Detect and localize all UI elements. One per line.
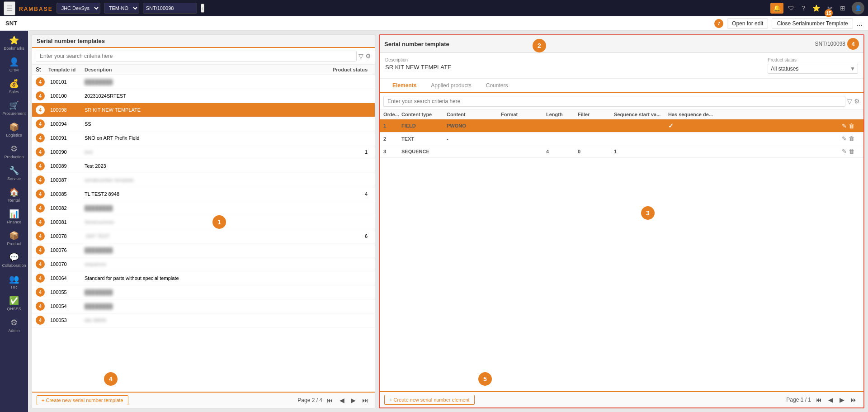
- right-panel-header: Serial number template SNT/100098 4: [380, 35, 863, 53]
- row-description: test: [85, 149, 326, 155]
- shield-icon-btn[interactable]: 🛡: [785, 3, 797, 14]
- create-serial-number-template-button[interactable]: + Create new serial number template: [37, 395, 128, 405]
- sidebar-item-collaboration[interactable]: 💬 Collaboration: [1, 250, 27, 270]
- table-row[interactable]: 4 100053 ldin MAIN: [32, 313, 375, 327]
- left-page-prev[interactable]: ◀: [338, 396, 346, 405]
- table-row[interactable]: 4 100087 serialnumber template: [32, 173, 375, 187]
- edit-element-button[interactable]: ✎: [842, 135, 847, 142]
- right-page-next[interactable]: ▶: [838, 395, 846, 404]
- table-row[interactable]: 4 100089 Test 2023: [32, 159, 375, 173]
- table-row[interactable]: 4 100100 20231024SRTEST: [32, 89, 375, 103]
- more-options-button[interactable]: ...: [857, 19, 863, 28]
- help-icon-btn[interactable]: ?: [799, 3, 808, 14]
- sidebar-item-crm[interactable]: 👤 CRM: [1, 54, 27, 75]
- elements-search-input[interactable]: [383, 96, 845, 107]
- row-badge-wrapper: 4: [36, 218, 48, 227]
- table-row[interactable]: 4 100076 ████████: [32, 243, 375, 257]
- open-for-edit-button[interactable]: Open for edit: [727, 18, 768, 29]
- row-template-id: 100082: [48, 205, 85, 211]
- row-status-badge: 4: [36, 246, 45, 255]
- col-header-st: St: [36, 66, 48, 73]
- left-filter-icon[interactable]: ▽: [359, 52, 363, 60]
- sidebar-item-finance[interactable]: 📊 Finance: [1, 206, 27, 227]
- tab-counters[interactable]: Counters: [479, 79, 515, 93]
- product-status-select[interactable]: All statuses Active Inactive Discontinue…: [768, 64, 858, 74]
- snt-input[interactable]: [143, 3, 197, 14]
- right-page-info: Page 1 / 1: [786, 397, 811, 403]
- star-icon-btn[interactable]: ⭐: [810, 3, 823, 14]
- row-status-badge: 4: [36, 274, 45, 283]
- sidebar-item-admin[interactable]: ⚙ Admin: [1, 315, 27, 336]
- table-row[interactable]: 4 100070 sequence: [32, 257, 375, 271]
- left-page-last[interactable]: ⏭: [360, 396, 370, 405]
- description-field: Description SR KIT NEW TEMPLATE: [385, 57, 759, 74]
- row-badge-wrapper: 4: [36, 232, 48, 241]
- element-row[interactable]: 2 TEXT - ✎ 🗑: [380, 133, 863, 145]
- row-badge-wrapper: 4: [36, 119, 48, 128]
- elements-body: 1 FIELD PWONO ✓ ✎ 🗑 2 TEXT - ✎ 🗑 3 SEQUE…: [380, 119, 863, 391]
- table-row[interactable]: 4 100094 SS: [32, 117, 375, 131]
- row-badge-wrapper: 4: [36, 246, 48, 255]
- table-row[interactable]: 4 100082 ████████: [32, 201, 375, 215]
- sidebar-item-qhses[interactable]: ✅ QHSES: [1, 293, 27, 314]
- left-search-bar: ▽ ⚙: [32, 48, 375, 65]
- alert-icon-btn[interactable]: 🔔: [770, 3, 783, 14]
- element-row[interactable]: 3 SEQUENCE 4 0 1 ✎ 🗑: [380, 145, 863, 158]
- close-serialnumber-template-button[interactable]: Close Serialnumber Template: [772, 18, 853, 29]
- table-row[interactable]: 4 100055 ████████: [32, 285, 375, 299]
- table-row[interactable]: 4 100081 Serienummer: [32, 215, 375, 229]
- sidebar-item-bookmarks[interactable]: ⭐ Bookmarks: [1, 33, 27, 53]
- left-panel-footer: + Create new serial number template Page…: [32, 392, 375, 408]
- col-header-tid: Template id: [48, 67, 85, 72]
- hamburger-menu[interactable]: ☰: [4, 1, 15, 15]
- delete-element-button[interactable]: 🗑: [849, 123, 854, 129]
- left-page-first[interactable]: ⏮: [325, 396, 335, 405]
- tab-applied-products[interactable]: Applied products: [424, 79, 478, 93]
- table-row[interactable]: 4 100091 SNO on ART Prefix Field: [32, 131, 375, 145]
- right-page-last[interactable]: ⏭: [849, 395, 859, 404]
- tab-elements[interactable]: Elements: [385, 79, 424, 93]
- table-row[interactable]: 4 100090 test 1: [32, 145, 375, 159]
- sidebar-item-logistics[interactable]: 📦 Logistics: [1, 119, 27, 140]
- sidebar-item-procurement[interactable]: 🛒 Procurement: [1, 98, 27, 118]
- grid-icon-btn[interactable]: ⊞: [837, 3, 848, 14]
- breadcrumb-back-arrow[interactable]: ‹: [201, 4, 205, 13]
- row-badge-wrapper: 4: [36, 316, 48, 325]
- right-page-prev[interactable]: ◀: [826, 395, 835, 404]
- sidebar-item-product[interactable]: 📦 Product: [1, 228, 27, 249]
- row-badge-wrapper: 4: [36, 288, 48, 297]
- elements-settings-icon[interactable]: ⚙: [854, 98, 860, 105]
- sidebar-item-rental[interactable]: 🏠 Rental: [1, 185, 27, 205]
- sidebar-item-sales[interactable]: 💰 Sales: [1, 76, 27, 97]
- delete-element-button[interactable]: 🗑: [849, 148, 854, 155]
- row-status-badge: 4: [36, 161, 45, 170]
- table-row[interactable]: 4 100085 TL TEST2 8948 4: [32, 187, 375, 201]
- table-row[interactable]: 4 100078 .SNT TEST 6: [32, 229, 375, 243]
- user-avatar[interactable]: 👤: [852, 2, 864, 14]
- table-row[interactable]: 4 100064 Standard for parts without spec…: [32, 271, 375, 285]
- sidebar-item-service[interactable]: 🔧 Service: [1, 163, 27, 184]
- snt-status-badge: 4: [847, 38, 859, 50]
- row-badge-wrapper: 4: [36, 147, 48, 156]
- row-product-status: 6: [326, 233, 371, 239]
- edit-element-button[interactable]: ✎: [842, 148, 847, 155]
- secondbar: SNT 7 Open for edit Close Serialnumber T…: [0, 16, 868, 31]
- table-row[interactable]: 4 100054 ████████: [32, 299, 375, 313]
- elements-filter-icon[interactable]: ▽: [847, 98, 852, 105]
- left-page-next[interactable]: ▶: [349, 396, 358, 405]
- left-settings-icon[interactable]: ⚙: [365, 52, 371, 60]
- right-page-first[interactable]: ⏮: [814, 395, 824, 404]
- left-search-input[interactable]: [36, 51, 357, 62]
- element-row[interactable]: 1 FIELD PWONO ✓ ✎ 🗑: [380, 119, 863, 133]
- create-serial-number-element-button[interactable]: + Create new serial number element: [384, 395, 475, 405]
- edit-element-button[interactable]: ✎: [842, 123, 847, 129]
- template-select[interactable]: TEM-NO: [104, 3, 139, 14]
- delete-element-button[interactable]: 🗑: [849, 135, 854, 142]
- row-template-id: 100091: [48, 135, 85, 141]
- table-row[interactable]: 4 100101 ████████: [32, 75, 375, 89]
- sidebar-item-hr[interactable]: 👥 HR: [1, 271, 27, 292]
- sidebar-item-production[interactable]: ⚙ Production: [1, 141, 27, 162]
- table-row[interactable]: 4 100098 SR KIT NEW TEMPLATE: [32, 103, 375, 117]
- company-select[interactable]: JHC DevSys: [57, 3, 100, 14]
- row-product-status: 4: [326, 191, 371, 197]
